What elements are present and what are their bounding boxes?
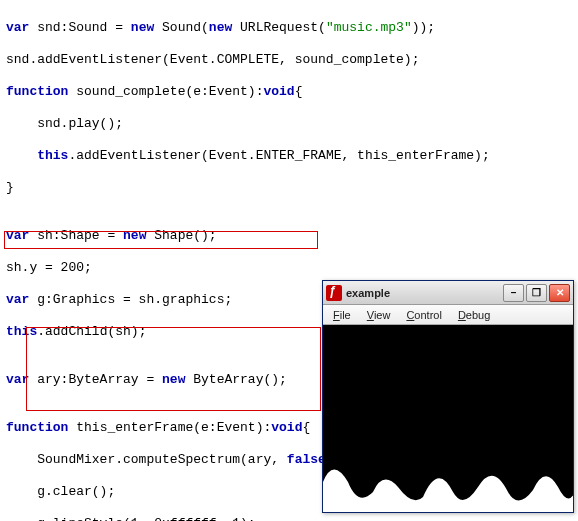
menu-view[interactable]: View [361, 308, 397, 322]
menu-file[interactable]: File [327, 308, 357, 322]
maximize-button[interactable]: ❐ [526, 284, 547, 302]
code-line: var snd:Sound = new Sound(new URLRequest… [6, 20, 572, 36]
menu-control[interactable]: Control [400, 308, 447, 322]
window-menubar: File View Control Debug [323, 305, 573, 325]
code-line: sh.y = 200; [6, 260, 572, 276]
flash-window: example – ❐ ✕ File View Control Debug [322, 280, 574, 513]
code-line: this.addEventListener(Event.ENTER_FRAME,… [6, 148, 572, 164]
flash-stage[interactable] [323, 325, 573, 512]
code-line: g.lineStyle(1, 0xffffff, 1); [6, 516, 572, 521]
window-title: example [346, 287, 503, 299]
code-line: var sh:Shape = new Shape(); [6, 228, 572, 244]
flash-icon [326, 285, 342, 301]
minimize-button[interactable]: – [503, 284, 524, 302]
code-line: snd.addEventListener(Event.COMPLETE, sou… [6, 52, 572, 68]
spectrum-wave-icon [323, 452, 573, 512]
window-titlebar[interactable]: example – ❐ ✕ [323, 281, 573, 305]
close-button[interactable]: ✕ [549, 284, 570, 302]
menu-debug[interactable]: Debug [452, 308, 496, 322]
code-line: function sound_complete(e:Event):void{ [6, 84, 572, 100]
code-line: snd.play(); [6, 116, 572, 132]
code-line: } [6, 180, 572, 196]
